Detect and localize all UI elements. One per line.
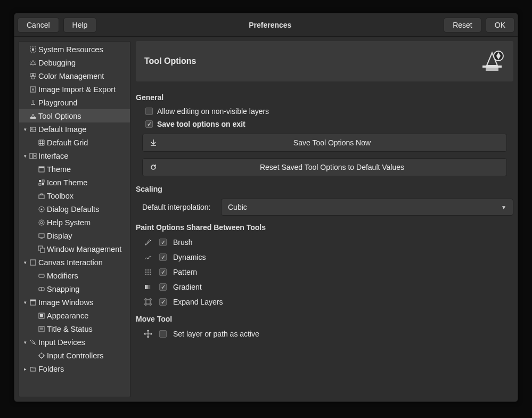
cancel-button[interactable]: Cancel <box>18 18 59 32</box>
debug-icon <box>29 59 37 67</box>
display-icon <box>37 232 46 240</box>
gradient-checkbox[interactable] <box>159 283 167 291</box>
color-icon <box>29 72 37 80</box>
allow-edit-row[interactable]: Allow editing on non-visible layers <box>136 105 513 118</box>
tree-item-snapping[interactable]: Snapping <box>19 282 130 296</box>
tree-item-modifiers[interactable]: Modifiers <box>19 269 130 282</box>
tree-item-dialog-defaults[interactable]: Dialog Defaults <box>19 202 130 216</box>
tree-item-image-windows[interactable]: ▾Image Windows <box>19 296 130 309</box>
tree-item-default-grid[interactable]: Default Grid <box>19 136 130 149</box>
tree-item-canvas-interaction[interactable]: ▾Canvas Interaction <box>19 256 130 269</box>
interpolation-value: Cubic <box>228 203 247 211</box>
paint-option-brush[interactable]: Brush <box>136 235 513 250</box>
tree-item-help-system[interactable]: Help System <box>19 216 130 229</box>
tree-item-label: Color Management <box>38 72 104 80</box>
dynamics-icon <box>143 252 153 262</box>
svg-point-44 <box>150 269 151 271</box>
tree-item-image-import-export[interactable]: Image Import & Export <box>19 83 130 96</box>
save-on-exit-label: Save tool options on exit <box>157 120 245 128</box>
tree-item-debugging[interactable]: Debugging <box>19 56 130 69</box>
expander-icon[interactable]: ▾ <box>21 260 29 265</box>
paint-option-expand-layers[interactable]: Expand Layers <box>136 294 513 309</box>
tree-item-label: Toolbox <box>47 192 73 200</box>
save-now-label: Save Tool Options Now <box>164 138 500 147</box>
expander-icon[interactable]: ▾ <box>21 300 29 305</box>
reset-button[interactable]: Reset <box>444 18 481 32</box>
expander-icon[interactable]: ▸ <box>21 366 29 372</box>
expander-icon[interactable]: ▾ <box>21 340 29 345</box>
tree-item-playground[interactable]: Playground <box>19 96 130 109</box>
svg-rect-11 <box>30 153 32 159</box>
svg-rect-17 <box>42 180 44 182</box>
tree-item-label: System Resources <box>38 45 103 54</box>
interpolation-select[interactable]: Cubic ▼ <box>221 199 513 216</box>
paint-option-pattern[interactable]: Pattern <box>136 265 513 280</box>
expander-icon[interactable]: ▾ <box>21 127 29 132</box>
svg-rect-29 <box>39 274 44 277</box>
tree-item-folders[interactable]: ▸Folders <box>19 362 130 375</box>
dynamics-checkbox[interactable] <box>159 253 167 261</box>
paint-option-dynamics[interactable]: Dynamics <box>136 250 513 265</box>
ok-button[interactable]: OK <box>486 18 514 32</box>
section-move-tool: Move Tool <box>136 315 513 323</box>
image-icon <box>29 125 37 134</box>
category-tree[interactable]: System ResourcesDebuggingColor Managemen… <box>19 41 130 397</box>
mod-icon <box>37 272 46 280</box>
svg-rect-27 <box>40 248 45 252</box>
tree-item-input-devices[interactable]: ▾Input Devices <box>19 335 130 349</box>
tree-item-display[interactable]: Display <box>19 229 130 242</box>
svg-point-46 <box>148 272 149 273</box>
tree-item-label: Snapping <box>47 285 79 293</box>
tree-item-color-management[interactable]: Color Management <box>19 69 130 83</box>
appear-icon <box>37 312 46 320</box>
grid-icon <box>37 138 46 147</box>
tree-item-interface[interactable]: ▾Interface <box>19 149 130 162</box>
set-active-checkbox[interactable] <box>159 330 167 338</box>
move-set-active-row[interactable]: Set layer or path as active <box>136 326 513 341</box>
tree-item-system-resources[interactable]: System Resources <box>19 43 130 56</box>
svg-rect-38 <box>486 68 498 71</box>
save-on-exit-checkbox[interactable] <box>145 120 153 128</box>
paint-option-label: Pattern <box>173 268 197 276</box>
interpolation-row: Default interpolation: Cubic ▼ <box>136 196 513 218</box>
page-title: Tool Options <box>144 56 196 66</box>
tree-item-input-controllers[interactable]: Input Controllers <box>19 349 130 362</box>
tree-item-theme[interactable]: Theme <box>19 162 130 176</box>
tree-item-title-status[interactable]: Title & Status <box>19 322 130 335</box>
tree-item-appearance[interactable]: Appearance <box>19 309 130 322</box>
paint-option-gradient[interactable]: Gradient <box>136 280 513 294</box>
canvas-icon <box>29 258 37 267</box>
paint-option-label: Brush <box>173 238 193 247</box>
tree-item-default-image[interactable]: ▾Default Image <box>19 122 130 136</box>
expander-icon[interactable]: ▾ <box>21 153 29 159</box>
icontheme-icon <box>37 178 46 187</box>
section-scaling: Scaling <box>136 185 513 193</box>
tree-item-label: Modifiers <box>47 272 78 280</box>
tree-item-window-management[interactable]: Window Management <box>19 242 130 256</box>
svg-point-48 <box>145 274 146 275</box>
tree-item-tool-options[interactable]: Tool Options <box>19 109 130 122</box>
interpolation-label: Default interpolation: <box>142 203 217 211</box>
allow-edit-checkbox[interactable] <box>145 108 153 115</box>
tree-item-icon-theme[interactable]: Icon Theme <box>19 176 130 189</box>
paint-option-label: Dynamics <box>173 253 206 261</box>
resources-icon <box>29 45 37 54</box>
expand-layers-checkbox[interactable] <box>159 298 167 306</box>
svg-rect-34 <box>40 314 43 317</box>
svg-rect-53 <box>148 285 150 289</box>
allow-edit-label: Allow editing on non-visible layers <box>157 107 269 116</box>
pattern-checkbox[interactable] <box>159 268 167 276</box>
tool-options-icon <box>479 48 505 74</box>
tree-item-label: Title & Status <box>47 325 93 333</box>
help-button[interactable]: Help <box>63 18 97 32</box>
reset-defaults-label: Reset Saved Tool Options to Default Valu… <box>164 163 500 171</box>
save-on-exit-row[interactable]: Save tool options on exit <box>136 118 513 130</box>
expand-icon <box>143 297 153 307</box>
controller-icon <box>37 351 46 360</box>
save-tool-options-now-button[interactable]: Save Tool Options Now <box>142 134 507 152</box>
tree-item-toolbox[interactable]: Toolbox <box>19 189 130 202</box>
window-icon <box>37 245 46 253</box>
toolbox-icon <box>37 192 46 200</box>
brush-checkbox[interactable] <box>159 239 167 246</box>
reset-tool-options-button[interactable]: Reset Saved Tool Options to Default Valu… <box>142 158 507 176</box>
